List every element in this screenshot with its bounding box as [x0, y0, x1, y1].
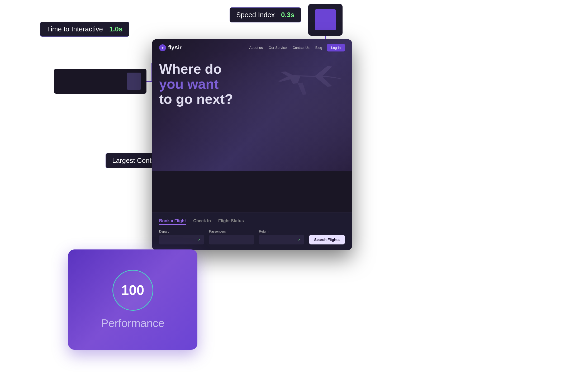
return-field[interactable]: ✓: [259, 235, 304, 244]
passengers-col: Passengers: [209, 230, 254, 244]
speed-index-label: Speed Index: [236, 11, 275, 19]
purple-square-indicator: [308, 4, 343, 36]
performance-label: Performance: [101, 317, 164, 330]
performance-circle: 100: [112, 270, 153, 311]
hero-text: Where do you want to go next?: [152, 56, 352, 107]
nav-logo: + flyAir: [159, 44, 182, 51]
tti-value: 1.0s: [109, 25, 123, 33]
tab-flight-status[interactable]: Flight Status: [218, 219, 244, 225]
logo-icon: +: [159, 44, 166, 51]
return-col: Return ✓: [259, 230, 304, 244]
tab-check-in[interactable]: Check In: [193, 219, 211, 225]
app-window: + flyAir About us Our Service Contact Us…: [152, 39, 352, 250]
search-flights-button[interactable]: Search Flights: [309, 235, 345, 244]
tti-badge: Time to Interactive 1.0s: [40, 22, 129, 37]
logo-text: flyAir: [168, 45, 182, 51]
hero-line-3: to go next?: [159, 92, 345, 107]
app-navbar: + flyAir About us Our Service Contact Us…: [152, 39, 352, 56]
nav-about[interactable]: About us: [249, 46, 263, 50]
login-button[interactable]: Log In: [327, 44, 345, 51]
return-check-icon: ✓: [298, 238, 301, 242]
connector-horizontal: [146, 81, 152, 82]
depart-check-icon: ✓: [198, 238, 201, 242]
depart-label: Depart: [159, 230, 204, 233]
nav-links: About us Our Service Contact Us Blog: [249, 46, 322, 50]
browser-chrome-inner: [127, 73, 141, 90]
nav-service[interactable]: Our Service: [269, 46, 287, 50]
booking-tabs: Book a Flight Check In Flight Status: [159, 219, 345, 225]
passengers-label: Passengers: [209, 230, 254, 233]
hero-line-1: Where do: [159, 62, 345, 77]
speed-index-value: 0.3s: [281, 11, 295, 19]
speed-index-badge: Speed Index 0.3s: [230, 7, 301, 22]
booking-panel: Book a Flight Check In Flight Status Dep…: [152, 212, 352, 250]
performance-card: 100 Performance: [68, 249, 197, 350]
depart-col: Depart ✓: [159, 230, 204, 244]
purple-square-inner: [315, 9, 336, 30]
passengers-field[interactable]: [209, 235, 254, 244]
return-label: Return: [259, 230, 304, 233]
nav-contact[interactable]: Contact Us: [293, 46, 310, 50]
booking-form: Depart ✓ Passengers Return ✓: [159, 230, 345, 244]
nav-blog[interactable]: Blog: [315, 46, 322, 50]
depart-field[interactable]: ✓: [159, 235, 204, 244]
tab-book-flight[interactable]: Book a Flight: [159, 219, 186, 225]
tti-label: Time to Interactive: [47, 25, 103, 33]
performance-score: 100: [121, 282, 144, 298]
hero-line-2: you want: [159, 77, 345, 92]
browser-chrome-preview: [54, 69, 146, 94]
